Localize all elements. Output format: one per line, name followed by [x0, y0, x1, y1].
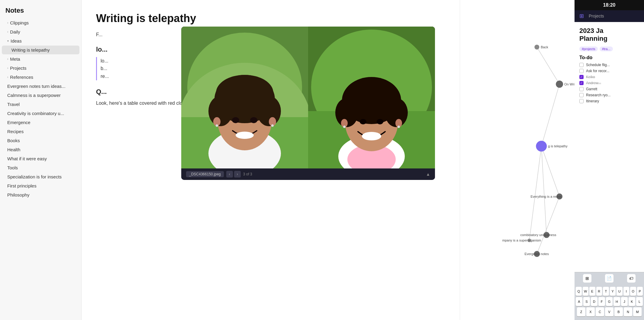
keyboard-key-g[interactable]: G [606, 297, 613, 306]
graph-node-on-writing[interactable]: On Writing [556, 81, 575, 88]
phone-keyboard: QWERTYUIOPASDFGHJKLZXCVBNM [575, 284, 644, 320]
sidebar-item-references[interactable]: References [2, 73, 79, 82]
keyboard-key-f[interactable]: F [598, 297, 605, 306]
svg-point-30 [362, 132, 381, 140]
keyboard-key-j[interactable]: J [621, 297, 628, 306]
keyboard-key-k[interactable]: K [629, 297, 635, 306]
sidebar-item-label: Books [7, 138, 20, 143]
keyboard-key-o[interactable]: O [630, 287, 636, 296]
keyboard-key-h[interactable]: H [613, 297, 620, 306]
keyboard-key-p[interactable]: P [637, 287, 643, 296]
sidebar-item-label: First principles [7, 183, 37, 188]
graph-node-company[interactable]: mpany is a superorganism [502, 238, 541, 242]
sidebar-item-specialization[interactable]: Specialization is for insects [2, 172, 79, 181]
tag-icon[interactable]: 🏷 [627, 274, 636, 283]
todo-item[interactable]: Ask for recor... [579, 69, 639, 73]
sidebar-item-clippings[interactable]: Clippings [2, 18, 79, 27]
tag-projects[interactable]: #projects [579, 46, 598, 51]
keyboard-key-r[interactable]: R [596, 287, 602, 296]
sidebar-item-meta[interactable]: Meta [2, 55, 79, 63]
grid-icon[interactable]: ⊞ [583, 274, 591, 283]
todo-item[interactable]: ✓Andrew... [579, 81, 639, 85]
graph-node-combinatory[interactable]: combinatory uniqueness [520, 232, 556, 238]
todo-checkbox[interactable] [579, 69, 584, 73]
svg-line-36 [541, 84, 559, 146]
svg-line-40 [537, 197, 559, 254]
keyboard-key-z[interactable]: Z [577, 307, 585, 316]
sidebar-item-label: Specialization is for insects [7, 174, 62, 179]
keyboard-key-q[interactable]: Q [576, 287, 582, 296]
sidebar-item-tools[interactable]: Tools [2, 163, 79, 172]
svg-text:On Writing: On Writing [564, 82, 575, 86]
keyboard-key-v[interactable]: V [605, 307, 613, 316]
sidebar-item-what-if[interactable]: What if it were easy [2, 154, 79, 163]
keyboard-key-m[interactable]: M [633, 307, 642, 316]
sidebar-item-label: Philosophy [7, 192, 29, 197]
todo-item[interactable]: ✓Keiko [579, 75, 639, 79]
prev-image-button[interactable]: ‹ [226, 171, 233, 178]
sidebar-item-projects[interactable]: Projects [2, 64, 79, 72]
todo-checkbox[interactable]: ✓ [579, 81, 584, 85]
sidebar-item-travel[interactable]: Travel [2, 100, 79, 109]
sidebar-item-ideas[interactable]: Ideas [2, 37, 79, 45]
graph-node-back[interactable]: Back [534, 45, 548, 50]
keyboard-key-x[interactable]: X [586, 307, 595, 316]
keyboard-key-i[interactable]: I [623, 287, 630, 296]
sidebar-item-daily[interactable]: Daily [2, 27, 79, 36]
projects-label: Projects [589, 14, 604, 18]
keyboard-key-n[interactable]: N [624, 307, 632, 316]
todo-item[interactable]: Garrett [579, 87, 639, 91]
sidebar-item-philosophy[interactable]: Philosophy [2, 190, 79, 199]
svg-line-35 [537, 47, 559, 84]
sidebar-item-health[interactable]: Health [2, 145, 79, 154]
todo-checkbox[interactable]: ✓ [579, 75, 584, 79]
svg-text:mpany is a superorganism: mpany is a superorganism [502, 238, 541, 242]
graph-panel: Back On Writing g is telepathy Everythin… [460, 0, 575, 320]
keyboard-key-w[interactable]: W [583, 287, 589, 296]
sidebar-item-label: Health [7, 147, 20, 152]
keyboard-key-l[interactable]: L [636, 297, 643, 306]
graph-node-writing-telepathy[interactable]: g is telepathy [536, 141, 568, 152]
svg-line-39 [529, 146, 541, 240]
todo-text: Schedule flig... [586, 63, 610, 67]
keyboard-key-s[interactable]: S [583, 297, 590, 306]
sidebar-item-label: Tools [7, 165, 18, 170]
keyboard-key-u[interactable]: U [617, 287, 623, 296]
sidebar-item-first-principles[interactable]: First principles [2, 181, 79, 190]
chevron-right-icon [7, 75, 8, 79]
tag-travel[interactable]: #tra... [600, 46, 613, 51]
todo-checkbox[interactable] [579, 99, 584, 103]
todo-checkbox[interactable] [579, 93, 584, 97]
svg-point-28 [360, 119, 366, 124]
sidebar-item-writing-is-telepathy[interactable]: Writing is telepathy [2, 46, 79, 54]
keyboard-key-c[interactable]: C [596, 307, 604, 316]
sidebar-item-evergreen[interactable]: Evergreen notes turn ideas... [2, 82, 79, 91]
keyboard-key-a[interactable]: A [576, 297, 582, 306]
collapse-overlay-button[interactable]: ▲ [426, 172, 430, 177]
right-panel: 18:20 ⊞ Projects 2023 JaPlanning #projec… [575, 0, 644, 320]
todo-checkbox[interactable] [579, 87, 584, 91]
keyboard-key-y[interactable]: Y [610, 287, 616, 296]
sidebar-item-books[interactable]: Books [2, 136, 79, 145]
keyboard-key-d[interactable]: D [591, 297, 597, 306]
next-image-button[interactable]: › [234, 171, 241, 178]
sidebar-toggle-icon[interactable]: ⊞ [579, 13, 584, 19]
graph-node-evergreen[interactable]: Evergreen notes [524, 251, 549, 257]
keyboard-key-b[interactable]: B [614, 307, 623, 316]
sidebar-item-creativity[interactable]: Creativity is combinatory u... [2, 109, 79, 118]
sidebar-item-recipes[interactable]: Recipes [2, 127, 79, 136]
svg-point-10 [216, 75, 273, 111]
phone-toolbar: ⊞ Projects [575, 10, 644, 22]
sidebar-item-calmness[interactable]: Calmness is a superpower [2, 91, 79, 100]
todo-checkbox[interactable] [579, 63, 584, 67]
file-icon[interactable]: 📄 [605, 274, 613, 283]
svg-text:combinatory uniqueness: combinatory uniqueness [520, 233, 556, 237]
todo-item[interactable]: Research ryo... [579, 93, 639, 97]
todo-item[interactable]: Itinerary [579, 99, 639, 103]
todo-text: Research ryo... [586, 93, 610, 97]
keyboard-key-t[interactable]: T [603, 287, 609, 296]
graph-node-everything-remix[interactable]: Everything is a remix [530, 194, 562, 200]
sidebar-item-emergence[interactable]: Emergence [2, 118, 79, 127]
keyboard-key-e[interactable]: E [589, 287, 595, 296]
todo-item[interactable]: Schedule flig... [579, 63, 639, 67]
